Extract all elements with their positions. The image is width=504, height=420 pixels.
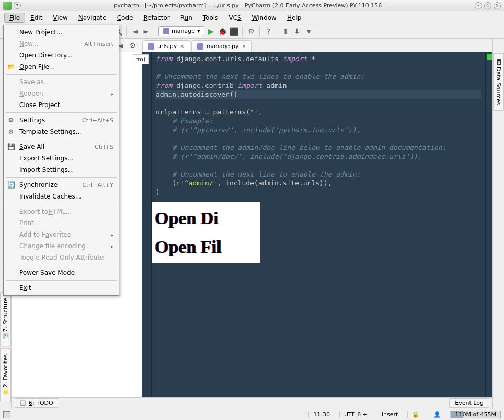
menu-settings[interactable]: ⚙SettingsCtrl+Alt+S — [4, 114, 119, 126]
menu-print[interactable]: Print... — [4, 217, 119, 229]
menu-reopen[interactable]: Reopen▸ — [4, 88, 119, 99]
menu-invalidate-caches[interactable]: Invalidate Caches... — [4, 191, 119, 202]
menu-code[interactable]: Code — [112, 13, 139, 23]
menu-window[interactable]: Window — [247, 13, 282, 23]
menu-exit[interactable]: Exit — [4, 282, 119, 294]
menu-tools[interactable]: Tools — [198, 13, 224, 23]
marker-column — [485, 52, 492, 409]
menu-template-settings[interactable]: ⚙Template Settings... — [4, 126, 119, 137]
menu-add-favorites[interactable]: Add to Favorites▸ — [4, 229, 119, 240]
gear-icon[interactable]: ⚙ — [128, 40, 138, 51]
menubar: File Edit View Navigate Code Refactor Ru… — [0, 11, 504, 24]
help-icon[interactable]: ? — [263, 26, 273, 37]
tab-urls[interactable]: urls.py× — [142, 40, 190, 52]
menu-open-file[interactable]: 📂Open File... — [4, 61, 119, 73]
menu-new[interactable]: New...Alt+Insert — [4, 38, 119, 50]
window-title: pycharm - [~/projects/pycharm] - .../url… — [21, 2, 475, 9]
data-sources-tool-tab[interactable]: 🗄Data Sources — [493, 53, 504, 111]
overlay-text-1: Open Di — [155, 214, 257, 223]
event-log-button[interactable]: Event Log — [449, 398, 489, 408]
menu-vcs[interactable]: VCS — [223, 13, 246, 23]
minimize-button[interactable]: – — [475, 2, 482, 9]
toolbar-separator — [155, 26, 155, 37]
editor-body: from django.conf.urls.defaults import * … — [142, 52, 492, 409]
stop-icon[interactable]: ⬛ — [228, 26, 239, 37]
close-button[interactable]: × — [494, 2, 501, 9]
dropdown-icon[interactable]: ▾ — [303, 26, 314, 37]
file-menu-dropdown: New Project... New...Alt+Insert Open Dir… — [3, 25, 119, 296]
toolbar-separator — [242, 26, 243, 37]
toolbar-separator — [259, 26, 260, 37]
tab-close-icon[interactable]: × — [180, 43, 184, 49]
window-titlebar: ▾ pycharm - [~/projects/pycharm] - .../u… — [0, 0, 504, 11]
breadcrumb-fragment: rm) — [132, 54, 149, 64]
menu-file[interactable]: File — [4, 13, 25, 23]
menu-close-project[interactable]: Close Project — [4, 99, 119, 111]
menu-change-encoding[interactable]: Change file encoding▸ — [4, 240, 119, 252]
bottom-tool-bar: 📋6: TODO Event Log — [12, 397, 492, 409]
settings-icon[interactable]: ⚙ — [246, 26, 256, 37]
menu-view[interactable]: View — [48, 13, 73, 23]
menu-navigate[interactable]: Navigate — [73, 13, 112, 23]
status-lock-icon[interactable]: 🔒 — [407, 411, 423, 418]
status-toggle-icon[interactable] — [3, 411, 10, 418]
menu-synchronize[interactable]: 🔄SynchronizeCtrl+Alt+Y — [4, 179, 119, 191]
folder-icon: 📂 — [7, 63, 15, 71]
menu-separator — [6, 74, 117, 75]
tab-close-icon[interactable]: × — [242, 43, 246, 49]
menu-help[interactable]: Help — [282, 13, 306, 23]
menu-new-project[interactable]: New Project... — [4, 27, 119, 38]
menu-separator — [6, 177, 117, 178]
structure-tool-tab[interactable]: 📊7: Structure — [0, 292, 11, 346]
app-icon — [3, 2, 12, 10]
window-menu-button[interactable]: ▾ — [14, 2, 21, 9]
menu-save-as[interactable]: Save as.. — [4, 76, 119, 88]
inspection-ok-icon — [487, 54, 492, 60]
menu-edit[interactable]: Edit — [25, 13, 48, 23]
forward-icon[interactable]: ► — [141, 26, 152, 37]
menu-separator — [6, 112, 117, 113]
status-bar: 11:30 UTF-8 ÷ Insert 🔒 👤 110M of 455M — [0, 409, 504, 420]
menu-power-save[interactable]: Power Save Mode — [4, 267, 119, 278]
menu-refactor[interactable]: Refactor — [138, 13, 175, 23]
editor-gutter — [142, 52, 152, 409]
gear-icon: ⚙ — [7, 127, 15, 136]
save-icon: 💾 — [7, 143, 15, 151]
menu-export-html[interactable]: Export to HTML... — [4, 206, 119, 217]
overlay-text-2: Open Fil — [155, 242, 257, 251]
menu-separator — [6, 265, 117, 265]
menu-run[interactable]: Run — [175, 13, 198, 23]
menu-separator — [6, 204, 117, 204]
code-editor[interactable]: from django.conf.urls.defaults import * … — [152, 52, 485, 409]
menu-save-all[interactable]: 💾Save AllCtrl+S — [4, 141, 119, 153]
status-inspector-icon[interactable]: 👤 — [429, 411, 445, 418]
favorites-tool-tab[interactable]: ⭐2: Favorites — [0, 348, 11, 402]
sync-icon: 🔄 — [7, 181, 15, 189]
status-encoding[interactable]: UTF-8 ÷ — [339, 411, 372, 418]
right-tool-gutter: 🗄Data Sources — [492, 39, 504, 409]
menu-separator — [6, 139, 117, 139]
back-icon[interactable]: ◄ — [130, 26, 140, 37]
toolbar-separator — [126, 26, 127, 37]
magnified-overlay: Open Di Open Fil — [152, 202, 260, 263]
toolbar-separator — [277, 26, 277, 37]
todo-tool-button[interactable]: 📋6: TODO — [15, 398, 58, 408]
status-insert-mode: Insert — [377, 411, 403, 418]
vcs-update-icon[interactable]: ⬇ — [292, 26, 302, 37]
tab-manage[interactable]: manage.py× — [191, 40, 252, 52]
vcs-icon[interactable]: ⬆ — [280, 26, 291, 37]
menu-open-directory[interactable]: Open Directory... — [4, 50, 119, 61]
menu-import-settings[interactable]: Import Settings... — [4, 164, 119, 176]
status-memory[interactable]: 110M of 455M — [450, 411, 501, 418]
run-configuration-selector[interactable]: manage ▾ — [158, 26, 204, 36]
maximize-button[interactable]: ◇ — [484, 2, 491, 9]
menu-toggle-readonly[interactable]: Toggle Read-Only Attribute — [4, 252, 119, 263]
debug-icon[interactable]: 🐞 — [217, 26, 227, 37]
status-position: 11:30 — [308, 411, 334, 418]
menu-separator — [6, 280, 117, 281]
menu-export-settings[interactable]: Export Settings... — [4, 153, 119, 164]
gear-icon: ⚙ — [7, 116, 15, 124]
run-icon[interactable]: ▶ — [205, 26, 216, 37]
